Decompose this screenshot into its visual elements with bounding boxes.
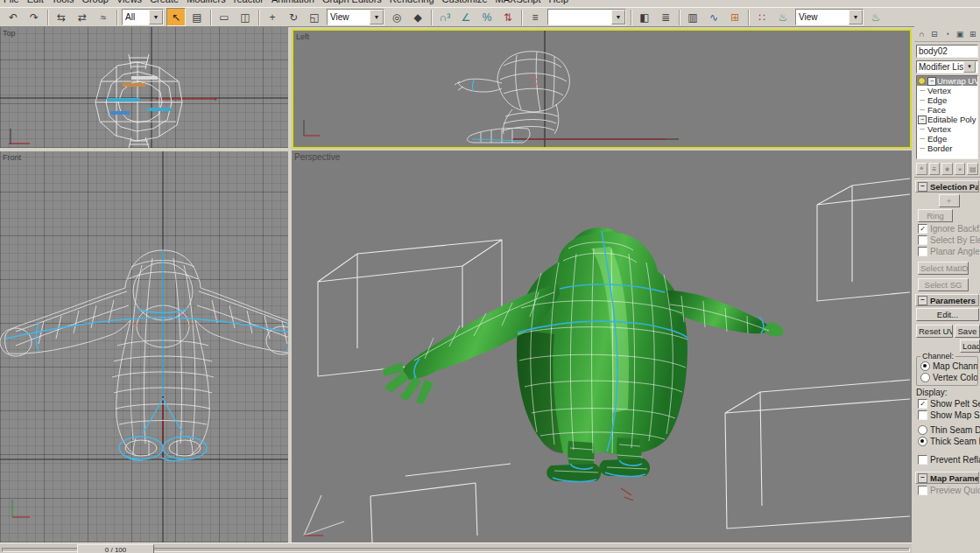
collapse-icon[interactable]: −: [918, 473, 927, 483]
curve-editor-icon[interactable]: ∿: [704, 8, 723, 26]
align-icon[interactable]: ≣: [656, 8, 675, 26]
menu-help[interactable]: Help: [549, 0, 569, 4]
show-end-result-icon[interactable]: ≡: [929, 163, 941, 175]
chevron-down-icon[interactable]: ▼: [611, 10, 625, 24]
named-selection-dropdown[interactable]: ▼: [547, 9, 626, 25]
menu-group[interactable]: Group: [81, 0, 109, 4]
preview-quick-planar-map-checkbox[interactable]: [918, 486, 927, 495]
planar-angle-checkbox[interactable]: [918, 247, 927, 256]
select-move-icon[interactable]: +: [263, 8, 282, 26]
rollout-map-parameters[interactable]: − Map Parameters: [915, 472, 979, 484]
remove-modifier-icon[interactable]: ×: [955, 163, 966, 175]
menu-edit[interactable]: Edit: [27, 0, 44, 4]
edit-named-selections-icon[interactable]: ≡: [525, 8, 545, 26]
ignore-backfacing-checkbox[interactable]: [918, 224, 927, 234]
use-pivot-center-icon[interactable]: ◎: [387, 8, 406, 26]
map-channel-radio[interactable]: [920, 361, 930, 371]
chevron-down-icon[interactable]: ▼: [963, 61, 976, 73]
reset-uvws-button[interactable]: Reset UVWs: [916, 325, 953, 338]
schematic-view-icon[interactable]: ⊞: [725, 8, 744, 26]
mirror-icon[interactable]: ◧: [635, 8, 654, 26]
rect-selection-region-icon[interactable]: ▭: [215, 8, 234, 26]
time-slider[interactable]: 0 / 100: [0, 542, 912, 553]
modifier-stack[interactable]: −Unwrap UVW─Vertex─Edge─Face−Editable Po…: [916, 75, 978, 159]
select-scale-icon[interactable]: ◱: [305, 8, 324, 26]
window-crossing-icon[interactable]: ◫: [236, 8, 255, 26]
load-uvws-button[interactable]: Load: [960, 340, 980, 353]
thin-seam-radio[interactable]: [918, 425, 927, 435]
ring-button[interactable]: Ring: [918, 209, 953, 222]
stack-row-edge[interactable]: ─Edge: [917, 134, 977, 144]
motion-tab[interactable]: ◔: [941, 28, 953, 39]
viewport-front[interactable]: Front: [0, 151, 288, 542]
select-by-name-icon[interactable]: ▤: [187, 8, 207, 26]
modifier-list-dropdown[interactable]: Modifier List ▼: [916, 60, 978, 74]
render-scene-icon[interactable]: ♨: [773, 8, 793, 26]
modify-tab[interactable]: ∩: [916, 28, 927, 39]
menu-create[interactable]: Create: [150, 0, 179, 4]
time-slider-handle[interactable]: 0 / 100: [77, 544, 154, 553]
stack-row-border[interactable]: ─Border: [917, 144, 977, 153]
menu-modifiers[interactable]: Modifiers: [187, 0, 226, 4]
show-pelt-seam-checkbox[interactable]: [918, 399, 927, 409]
menu-animation[interactable]: Animation: [271, 0, 314, 4]
angle-snap-icon[interactable]: ∠: [456, 8, 476, 26]
collapse-icon[interactable]: −: [918, 182, 927, 192]
chevron-down-icon[interactable]: ▼: [849, 10, 863, 24]
prevent-reflattening-checkbox[interactable]: [918, 455, 927, 465]
material-editor-icon[interactable]: ∷: [752, 8, 772, 26]
save-uvws-button[interactable]: Save: [955, 325, 980, 338]
select-sg-button[interactable]: Select SG: [918, 278, 969, 291]
select-manipulate-icon[interactable]: ◆: [408, 8, 427, 26]
selection-filter-dropdown[interactable]: All▼: [122, 9, 164, 25]
quick-render-icon[interactable]: ♨: [866, 8, 885, 26]
percent-snap-icon[interactable]: %: [477, 8, 497, 26]
redo-icon[interactable]: ↷: [25, 8, 44, 26]
viewport-top[interactable]: Top: [0, 27, 288, 148]
viewport-side-active[interactable]: Left: [292, 29, 912, 149]
collapse-icon[interactable]: −: [918, 296, 927, 305]
unlink-selection-icon[interactable]: ⇄: [73, 8, 92, 26]
stack-row-editable-poly[interactable]: −Editable Poly: [917, 115, 977, 124]
rollout-selection-parameters[interactable]: − Selection Parameters: [915, 180, 979, 192]
stack-row-face[interactable]: ─Face: [917, 105, 977, 115]
edit-uvws-button[interactable]: Edit...: [916, 308, 979, 321]
utilities-tab[interactable]: ⊞: [967, 28, 978, 39]
snap-toggle-icon[interactable]: ∩³: [435, 8, 455, 26]
undo-icon[interactable]: ↶: [4, 8, 23, 26]
chevron-down-icon[interactable]: ▼: [149, 10, 163, 24]
menu-rendering[interactable]: Rendering: [390, 0, 434, 4]
thick-seam-radio[interactable]: [918, 437, 927, 446]
menu-graph-editors[interactable]: Graph Editors: [322, 0, 382, 4]
select-rotate-icon[interactable]: ↻: [284, 8, 303, 26]
stack-row-vertex[interactable]: ─Vertex: [917, 86, 977, 95]
make-unique-icon[interactable]: ∗: [941, 163, 953, 175]
stack-row-vertex[interactable]: ─Vertex: [917, 124, 977, 134]
menu-customize[interactable]: Customize: [442, 0, 488, 4]
rollout-parameters[interactable]: − Parameters: [915, 294, 979, 306]
chevron-down-icon[interactable]: ▼: [370, 10, 384, 24]
vertex-color-radio[interactable]: [920, 373, 930, 382]
coordinate-system-dropdown[interactable]: View▼: [327, 9, 384, 25]
menu-file[interactable]: File: [4, 0, 19, 4]
pin-stack-icon[interactable]: ⌖: [916, 163, 927, 175]
menu-views[interactable]: Views: [116, 0, 142, 4]
lightbulb-icon[interactable]: [918, 77, 926, 85]
expand-icon[interactable]: −: [918, 116, 927, 124]
grow-selection-button[interactable]: +: [939, 194, 960, 207]
expand-icon[interactable]: −: [927, 77, 936, 86]
select-object-icon[interactable]: ↖: [166, 8, 186, 26]
spinner-snap-icon[interactable]: ⇅: [498, 8, 518, 26]
render-type-dropdown[interactable]: View▼: [795, 9, 864, 25]
menu-maxscript[interactable]: MAXScript: [496, 0, 541, 4]
bind-spacewarp-icon[interactable]: ≈: [94, 8, 113, 26]
configure-modifier-sets-icon[interactable]: ▤: [967, 163, 978, 175]
select-by-element-checkbox[interactable]: [918, 235, 927, 245]
object-name-field[interactable]: body02: [916, 45, 978, 58]
hierarchy-tab[interactable]: ⊟: [929, 28, 941, 39]
show-map-seam-checkbox[interactable]: [918, 410, 927, 420]
menu-reactor[interactable]: reactor: [234, 0, 264, 4]
menu-tools[interactable]: Tools: [52, 0, 74, 4]
layer-manager-icon[interactable]: ▥: [683, 8, 702, 26]
stack-row-edge[interactable]: ─Edge: [917, 95, 977, 105]
